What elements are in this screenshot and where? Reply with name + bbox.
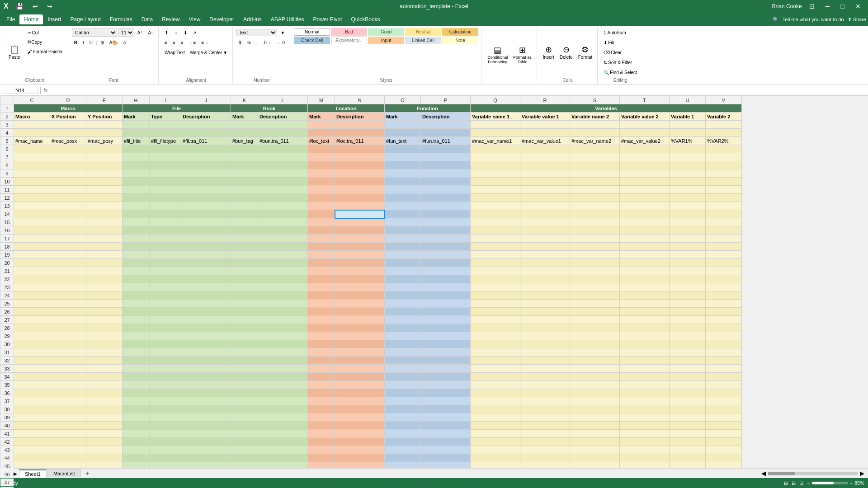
insert-button[interactable]: ⊕ Insert bbox=[541, 44, 557, 61]
bold-button[interactable]: B bbox=[72, 38, 80, 47]
number-format-dropdown[interactable]: ▼ bbox=[278, 28, 287, 37]
percent-format-button[interactable]: % bbox=[245, 38, 253, 47]
text-orientation-button[interactable]: ↗ bbox=[190, 28, 198, 37]
row-num-14[interactable]: 14 bbox=[0, 210, 14, 218]
col-header-S[interactable]: S bbox=[570, 96, 620, 104]
col-header-T[interactable]: T bbox=[620, 96, 670, 104]
label-var-value2[interactable]: Variable value 2 bbox=[620, 113, 670, 121]
label-var-name1[interactable]: Variable name 1 bbox=[471, 113, 520, 121]
col-header-J[interactable]: J bbox=[181, 96, 231, 104]
accounting-format-button[interactable]: $ bbox=[236, 38, 244, 47]
row-num-11[interactable]: 11 bbox=[0, 186, 14, 194]
minimize-button[interactable]: ─ bbox=[822, 3, 834, 10]
row-num-47[interactable]: 47 bbox=[0, 479, 14, 487]
label-x-position[interactable]: X Position bbox=[50, 113, 86, 121]
format-as-table-button[interactable]: ⊞ Format asTable bbox=[511, 45, 534, 66]
menu-view[interactable]: View bbox=[184, 14, 205, 24]
sheet-tab-sheet1[interactable]: Sheet1 bbox=[19, 469, 47, 478]
increase-decimal-button[interactable]: .0→ bbox=[260, 38, 273, 47]
italic-button[interactable]: I bbox=[80, 38, 86, 47]
add-sheet-button[interactable]: + bbox=[82, 469, 93, 478]
menu-home[interactable]: Home bbox=[19, 14, 43, 24]
align-center-button[interactable]: ≡ bbox=[170, 38, 178, 47]
menu-data[interactable]: Data bbox=[137, 14, 157, 24]
style-linked-cell[interactable]: Linked Cell bbox=[405, 37, 441, 44]
view-normal-icon[interactable]: ⊞ bbox=[784, 480, 788, 486]
font-color-button[interactable]: A bbox=[121, 38, 129, 47]
border-button[interactable]: ⊞ bbox=[98, 38, 106, 47]
row-num-38[interactable]: 38 bbox=[0, 405, 14, 413]
row-num-36[interactable]: 36 bbox=[0, 389, 14, 397]
zoom-slider[interactable] bbox=[812, 482, 848, 484]
row-num-5[interactable]: 5 bbox=[0, 137, 14, 145]
row-num-21[interactable]: 21 bbox=[0, 267, 14, 275]
col-header-E[interactable]: E bbox=[86, 96, 123, 104]
autosum-button[interactable]: Σ AutoSum bbox=[601, 28, 639, 37]
row-num-25[interactable]: 25 bbox=[0, 300, 14, 308]
delete-button[interactable]: ⊖ Delete bbox=[557, 44, 575, 61]
row-num-7[interactable]: 7 bbox=[0, 153, 14, 161]
label-description-file[interactable]: Description bbox=[181, 113, 231, 121]
conditional-formatting-button[interactable]: ▤ ConditionalFormatting bbox=[485, 45, 510, 66]
col-header-K[interactable]: K bbox=[231, 96, 258, 104]
view-page-layout-icon[interactable]: ⊟ bbox=[792, 480, 796, 486]
function-wizard-icon[interactable]: fx bbox=[43, 87, 47, 94]
label-mark-book[interactable]: Mark bbox=[231, 113, 258, 121]
align-top-button[interactable]: ⬆ bbox=[162, 28, 170, 37]
col-header-P[interactable]: P bbox=[421, 96, 471, 104]
fill-color-button[interactable]: A🎨 bbox=[107, 38, 120, 47]
style-note[interactable]: Note bbox=[442, 37, 478, 44]
menu-developer[interactable]: Developer bbox=[205, 14, 239, 24]
col-header-Q[interactable]: Q bbox=[471, 96, 520, 104]
find-select-button[interactable]: 🔍 Find & Select bbox=[601, 68, 639, 77]
fill-button[interactable]: ⬇ Fill bbox=[601, 38, 639, 47]
row-num-33[interactable]: 33 bbox=[0, 365, 14, 373]
copy-button[interactable]: ⧉ Copy bbox=[25, 38, 65, 47]
menu-page-layout[interactable]: Page Layout bbox=[66, 14, 105, 24]
row-num-4[interactable]: 4 bbox=[0, 129, 14, 137]
row-num-2[interactable]: 2 bbox=[0, 113, 14, 121]
row-num-22[interactable]: 22 bbox=[0, 275, 14, 283]
row-num-27[interactable]: 27 bbox=[0, 316, 14, 324]
font-family-select[interactable]: Calibri bbox=[72, 28, 117, 37]
scroll-right-button[interactable]: ▶ bbox=[860, 470, 864, 477]
col-header-U[interactable]: U bbox=[670, 96, 706, 104]
label-var1[interactable]: Variable 1 bbox=[670, 113, 706, 121]
share-button[interactable]: ⬆ Share bbox=[848, 17, 866, 23]
row-num-24[interactable]: 24 bbox=[0, 291, 14, 300]
menu-formulas[interactable]: Formulas bbox=[105, 14, 137, 24]
style-check-cell[interactable]: Check Cell bbox=[294, 37, 330, 44]
cut-button[interactable]: ✂ Cut bbox=[25, 28, 65, 37]
row-num-1[interactable]: 1 bbox=[0, 104, 14, 113]
comma-format-button[interactable]: , bbox=[254, 38, 260, 47]
label-var-name2[interactable]: Variable name 2 bbox=[570, 113, 620, 121]
col-header-I[interactable]: I bbox=[150, 96, 181, 104]
label-mark-file[interactable]: Mark bbox=[123, 113, 150, 121]
col-header-H[interactable]: H bbox=[123, 96, 150, 104]
style-good[interactable]: Good bbox=[368, 28, 404, 36]
menu-insert[interactable]: Insert bbox=[43, 14, 66, 24]
row-num-9[interactable]: 9 bbox=[0, 169, 14, 178]
underline-button[interactable]: U bbox=[87, 38, 95, 47]
menu-asap-utilities[interactable]: ASAP Utilities bbox=[266, 14, 309, 24]
wrap-text-button[interactable]: Wrap Text bbox=[162, 48, 187, 57]
restore-button[interactable]: □ bbox=[837, 3, 848, 10]
col-header-O[interactable]: O bbox=[385, 96, 421, 104]
row-num-13[interactable]: 13 bbox=[0, 202, 14, 210]
label-description-function[interactable]: Description bbox=[421, 113, 471, 121]
menu-add-ins[interactable]: Add-ins bbox=[239, 14, 266, 24]
align-left-button[interactable]: ≡ bbox=[162, 38, 170, 47]
row-num-37[interactable]: 37 bbox=[0, 397, 14, 405]
zoom-in-button[interactable]: + bbox=[850, 480, 853, 486]
label-macro[interactable]: Macro bbox=[14, 113, 50, 121]
sheet-tab-macrolist[interactable]: MacroList bbox=[47, 469, 81, 477]
row-num-31[interactable]: 31 bbox=[0, 348, 14, 357]
row-num-18[interactable]: 18 bbox=[0, 243, 14, 251]
merge-center-button[interactable]: Merge & Center ▼ bbox=[188, 48, 230, 57]
style-calculation[interactable]: Calculation bbox=[442, 28, 478, 36]
quick-access-redo[interactable]: ↪ bbox=[43, 3, 56, 10]
font-size-select[interactable]: 11 bbox=[118, 28, 134, 37]
zoom-out-button[interactable]: − bbox=[807, 480, 810, 486]
label-mark-location[interactable]: Mark bbox=[308, 113, 335, 121]
format-button[interactable]: ⚙ Format bbox=[576, 44, 595, 61]
